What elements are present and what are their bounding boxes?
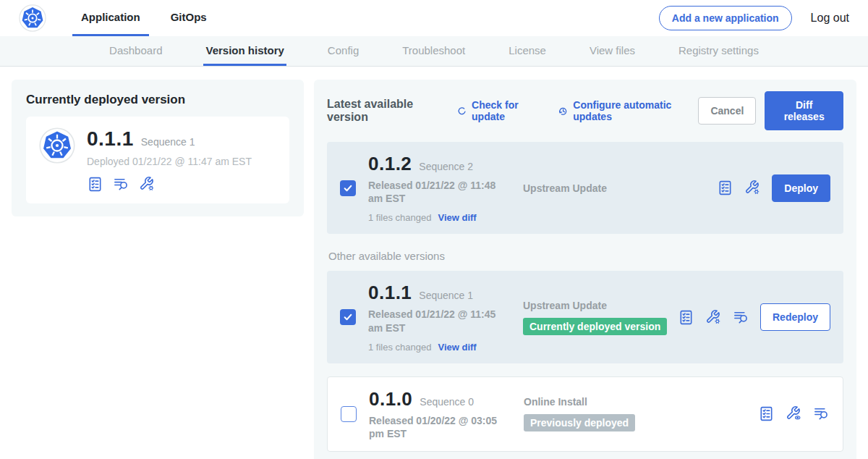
check-for-update-link[interactable]: Check for update [456,99,545,122]
configure-automatic-updates-link[interactable]: Configure automatic updates [558,99,698,122]
release-notes-icon[interactable] [113,176,129,193]
version-source-label: Online Install [524,396,587,408]
check-icon [343,312,353,322]
preflight-checks-icon[interactable] [87,176,103,193]
subnav-license[interactable]: License [506,36,548,66]
released-timestamp: Released 01/21/22 @ 11:45 am EST [368,308,506,334]
cancel-button[interactable]: Cancel [698,97,756,125]
latest-version-title: Latest available version [327,98,444,124]
configure-automatic-updates-label: Configure automatic updates [573,99,698,122]
version-checkbox[interactable] [340,180,356,196]
version-info: 0.1.2 Sequence 2 Released 01/21/22 @ 11:… [368,153,523,223]
top-nav-right: Add a new application Log out [659,0,849,36]
preflight-checks-icon[interactable] [758,405,775,422]
subnav-view-files[interactable]: View files [587,36,637,66]
deployed-sequence-label: Sequence 1 [141,136,195,148]
version-row-0-1-2: 0.1.2 Sequence 2 Released 01/21/22 @ 11:… [327,142,843,234]
currently-deployed-card: Currently deployed version [12,80,304,216]
kubernetes-logo-icon [19,4,46,32]
released-timestamp: Released 01/21/22 @ 11:48 am EST [368,179,506,205]
app-sub-nav: Dashboard Version history Config Trouble… [0,36,868,67]
preflight-checks-icon[interactable] [678,309,694,326]
app-logo[interactable] [19,0,46,36]
tab-application[interactable]: Application [72,0,149,36]
kubernetes-app-icon [39,127,75,164]
latest-version-header: Latest available version Check for updat… [327,91,843,130]
release-notes-icon[interactable] [813,405,830,422]
main-content: Currently deployed version [0,67,868,459]
edit-config-icon[interactable] [139,176,156,193]
top-nav: Application GitOps Add a new application… [0,0,868,36]
version-number: 0.1.1 [368,282,412,304]
version-row-0-1-0: 0.1.0 Sequence 0 Released 01/20/22 @ 03:… [327,376,843,452]
release-notes-icon[interactable] [733,309,749,326]
check-for-update-label: Check for update [472,99,545,122]
version-checkbox[interactable] [340,309,356,325]
refresh-icon [456,105,467,117]
subnav-troubleshoot[interactable]: Troubleshoot [400,36,467,66]
version-history-card: Latest available version Check for updat… [314,80,856,459]
check-icon [343,183,353,193]
currently-deployed-badge: Currently deployed version [523,318,667,335]
other-versions-label: Other available versions [328,250,842,262]
currently-deployed-title: Currently deployed version [26,93,289,107]
sequence-label: Sequence 0 [420,396,474,408]
logout-button[interactable]: Log out [811,12,849,25]
version-number: 0.1.2 [368,153,412,175]
tab-gitops[interactable]: GitOps [162,0,216,36]
preflight-checks-icon[interactable] [717,180,733,196]
tab-application-label: Application [81,11,140,23]
sequence-label: Sequence 2 [419,161,473,172]
files-changed-label: 1 files changed [368,212,431,223]
released-timestamp: Released 01/20/22 @ 03:05 pm EST [369,414,506,440]
version-source-label: Upstream Update [523,182,607,194]
diff-releases-button[interactable]: Diff releases [765,91,843,130]
version-checkbox[interactable] [341,406,357,422]
sequence-label: Sequence 1 [419,290,473,301]
version-row-0-1-1: 0.1.1 Sequence 1 Released 01/21/22 @ 11:… [327,271,843,363]
deploy-button[interactable]: Deploy [772,174,830,202]
edit-config-icon[interactable] [705,309,722,326]
version-info: 0.1.0 Sequence 0 Released 01/20/22 @ 03:… [369,388,524,440]
previously-deployed-badge: Previously deployed [524,414,635,431]
version-number: 0.1.0 [369,388,412,410]
subnav-dashboard[interactable]: Dashboard [107,36,164,66]
deployed-version-number: 0.1.1 [87,127,134,151]
edit-config-icon[interactable] [744,180,761,196]
auto-update-clock-icon [558,105,569,117]
subnav-config[interactable]: Config [326,36,361,66]
version-info: 0.1.1 Sequence 1 Released 01/21/22 @ 11:… [368,282,523,352]
files-changed-label: 1 files changed [368,342,431,353]
subnav-registry-settings[interactable]: Registry settings [676,36,761,66]
subnav-version-history[interactable]: Version history [203,36,286,66]
view-diff-link[interactable]: View diff [438,342,476,353]
deployed-timestamp: Deployed 01/21/22 @ 11:47 am EST [87,156,252,167]
deployed-version-box: 0.1.1 Sequence 1 Deployed 01/21/22 @ 11:… [26,117,289,203]
version-source-label: Upstream Update [523,300,607,311]
add-application-button[interactable]: Add a new application [659,6,792,30]
redeploy-button[interactable]: Redeploy [760,303,830,331]
view-diff-link[interactable]: View diff [438,212,476,223]
deployed-version-details: 0.1.1 Sequence 1 Deployed 01/21/22 @ 11:… [87,127,252,193]
tab-gitops-label: GitOps [171,11,207,23]
view-config-icon[interactable] [786,405,802,422]
